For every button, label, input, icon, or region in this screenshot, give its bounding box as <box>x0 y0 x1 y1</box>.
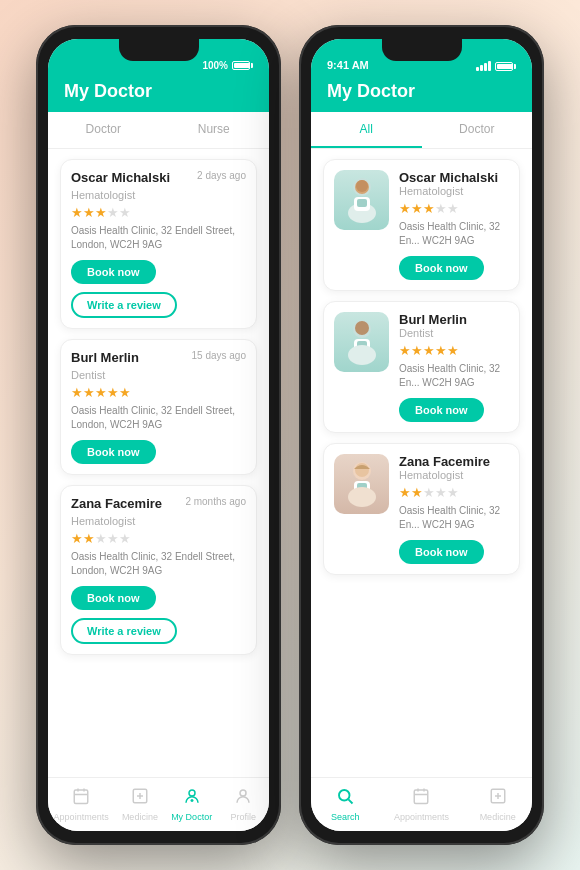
address-1-right: Oasis Health Clinic, 32 En... WC2H 9AG <box>399 362 509 390</box>
review-btn-0-left[interactable]: Write a review <box>71 292 177 318</box>
nav-profile-left[interactable]: Profile <box>223 787 263 822</box>
time-ago-0: 2 days ago <box>197 170 246 181</box>
svg-point-17 <box>355 321 369 335</box>
stars-1-left: ★★★★★ <box>71 385 246 400</box>
nav-mydoctor-left[interactable]: My Doctor <box>171 787 212 822</box>
nav-label-mydoctor-left: My Doctor <box>171 812 212 822</box>
actions-0-left: Book now Write a review <box>71 260 246 318</box>
address-2-right: Oasis Health Clinic, 32 En... WC2H 9AG <box>399 504 509 532</box>
tab-doctor-left[interactable]: Doctor <box>48 112 159 148</box>
nav-label-appointments-left: Appointments <box>54 812 109 822</box>
tab-doctor-right[interactable]: Doctor <box>422 112 533 148</box>
doctor-card-1-right: Burl Merlin Dentist ★★★★★ Oasis Health C… <box>323 301 520 433</box>
svg-rect-15 <box>357 199 367 207</box>
nav-label-profile-left: Profile <box>231 812 257 822</box>
time-ago-2: 2 months ago <box>185 496 246 507</box>
stars-1-right: ★★★★★ <box>399 343 509 358</box>
avatar-2-right <box>334 454 389 514</box>
tab-all-right[interactable]: All <box>311 112 422 148</box>
nav-label-medicine-right: Medicine <box>480 812 516 822</box>
header-title-left: My Doctor <box>64 81 253 102</box>
card-header-0: Oscar Michalski 2 days ago <box>71 170 246 185</box>
appointments-icon-left <box>72 787 90 810</box>
card-info-1-right: Burl Merlin Dentist ★★★★★ Oasis Health C… <box>399 312 509 422</box>
card-header-1: Burl Merlin 15 days ago <box>71 350 246 365</box>
battery-icon-right <box>495 62 516 71</box>
svg-rect-28 <box>415 790 429 804</box>
doctor-name-0-left: Oscar Michalski <box>71 170 170 185</box>
doctor-card-0-left: Oscar Michalski 2 days ago Hematologist … <box>60 159 257 329</box>
tab-bar-left: Doctor Nurse <box>48 112 269 149</box>
address-2-left: Oasis Health Clinic, 32 Endell Street, L… <box>71 550 246 578</box>
actions-0-right: Book now <box>399 256 509 280</box>
doctor-name-1-left: Burl Merlin <box>71 350 139 365</box>
bottom-nav-right: Search Appointments Medicine <box>311 777 532 831</box>
notch-left <box>119 39 199 61</box>
stars-0-right: ★★★★★ <box>399 201 509 216</box>
nav-medicine-right[interactable]: Medicine <box>478 787 518 822</box>
svg-rect-0 <box>74 790 88 804</box>
doctor-card-0-right: Oscar Michalski Hematologist ★★★★★ Oasis… <box>323 159 520 291</box>
book-btn-2-left[interactable]: Book now <box>71 586 156 610</box>
book-btn-0-left[interactable]: Book now <box>71 260 156 284</box>
phone-left: 100% My Doctor Doctor Nurse Oscar Michal… <box>36 25 281 845</box>
svg-point-9 <box>240 790 246 796</box>
search-icon-right <box>336 787 354 810</box>
address-1-left: Oasis Health Clinic, 32 Endell Street, L… <box>71 404 246 432</box>
address-0-left: Oasis Health Clinic, 32 Endell Street, L… <box>71 224 246 252</box>
battery-icon-left <box>232 61 253 70</box>
book-btn-2-right[interactable]: Book now <box>399 540 484 564</box>
nav-medicine-left[interactable]: Medicine <box>120 787 160 822</box>
stars-2-right: ★★★★★ <box>399 485 509 500</box>
specialty-0-left: Hematologist <box>71 189 246 201</box>
bottom-nav-left: Appointments Medicine My Doctor Profile <box>48 777 269 831</box>
svg-point-20 <box>348 345 376 365</box>
doctor-card-2-right: Zana Facemire Hematologist ★★★★★ Oasis H… <box>323 443 520 575</box>
card-info-2-right: Zana Facemire Hematologist ★★★★★ Oasis H… <box>399 454 509 564</box>
book-btn-0-right[interactable]: Book now <box>399 256 484 280</box>
status-icons-right <box>476 61 516 71</box>
medicine-icon-right <box>489 787 507 810</box>
doctor-name-2-right: Zana Facemire <box>399 454 509 469</box>
header-left: My Doctor <box>48 75 269 112</box>
nav-label-medicine-left: Medicine <box>122 812 158 822</box>
avatar-0-right <box>334 170 389 230</box>
svg-point-6 <box>189 790 195 796</box>
card-info-0-right: Oscar Michalski Hematologist ★★★★★ Oasis… <box>399 170 509 280</box>
book-btn-1-right[interactable]: Book now <box>399 398 484 422</box>
svg-point-26 <box>339 790 350 801</box>
signal-icon-right <box>476 61 491 71</box>
mydoctor-icon-left <box>183 787 201 810</box>
doctor-card-2-left: Zana Facemire 2 months ago Hematologist … <box>60 485 257 655</box>
book-btn-1-left[interactable]: Book now <box>71 440 156 464</box>
status-time-right: 9:41 AM <box>327 59 369 71</box>
review-btn-2-left[interactable]: Write a review <box>71 618 177 644</box>
address-0-right: Oasis Health Clinic, 32 En... WC2H 9AG <box>399 220 509 248</box>
actions-1-right: Book now <box>399 398 509 422</box>
screen-left: 100% My Doctor Doctor Nurse Oscar Michal… <box>48 39 269 831</box>
profile-icon-left <box>234 787 252 810</box>
content-right: Oscar Michalski Hematologist ★★★★★ Oasis… <box>311 149 532 777</box>
avatar-1-right <box>334 312 389 372</box>
status-icons-left: 100% <box>202 60 253 71</box>
actions-1-left: Book now <box>71 440 246 464</box>
doctor-name-2-left: Zana Facemire <box>71 496 162 511</box>
battery-text-left: 100% <box>202 60 228 71</box>
time-ago-1: 15 days ago <box>192 350 247 361</box>
card-header-2: Zana Facemire 2 months ago <box>71 496 246 511</box>
nav-appointments-left[interactable]: Appointments <box>54 787 109 822</box>
card-inner-1-right: Burl Merlin Dentist ★★★★★ Oasis Health C… <box>334 312 509 422</box>
svg-point-25 <box>348 487 376 507</box>
svg-point-13 <box>356 180 368 192</box>
nav-appointments-right[interactable]: Appointments <box>394 787 449 822</box>
doctor-card-1-left: Burl Merlin 15 days ago Dentist ★★★★★ Oa… <box>60 339 257 475</box>
nav-search-right[interactable]: Search <box>325 787 365 822</box>
tab-nurse-left[interactable]: Nurse <box>159 112 270 148</box>
card-inner-2-right: Zana Facemire Hematologist ★★★★★ Oasis H… <box>334 454 509 564</box>
specialty-1-left: Dentist <box>71 369 246 381</box>
doctor-name-1-right: Burl Merlin <box>399 312 509 327</box>
svg-line-27 <box>349 799 353 803</box>
actions-2-right: Book now <box>399 540 509 564</box>
appointments-icon-right <box>412 787 430 810</box>
specialty-2-left: Hematologist <box>71 515 246 527</box>
